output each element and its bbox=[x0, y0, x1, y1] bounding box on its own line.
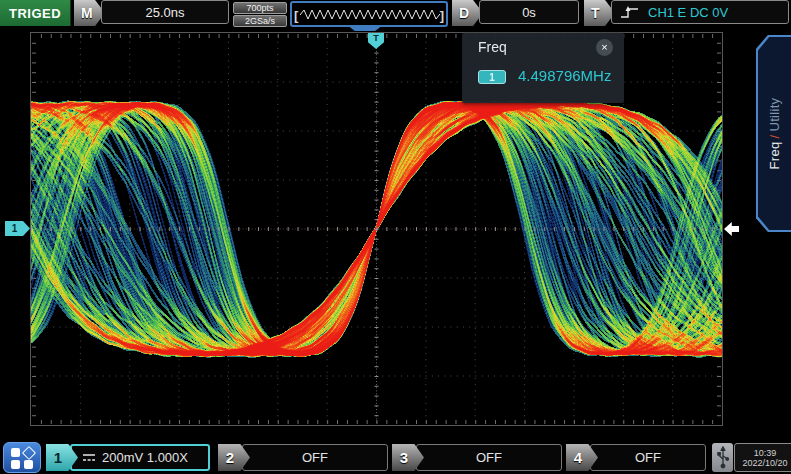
channel1-scale-label: 200mV 1.000X bbox=[102, 450, 188, 465]
app-icon-square bbox=[24, 460, 33, 469]
time-label: 10:39 bbox=[754, 448, 777, 458]
channel3-settings-box[interactable]: OFF bbox=[416, 444, 562, 471]
usb-status-icon bbox=[712, 443, 733, 472]
preview-position-tab bbox=[347, 25, 383, 31]
sample-rate-label: 2GSa/s bbox=[233, 15, 287, 27]
freq-channel-badge: 1 bbox=[478, 70, 506, 84]
channel1-settings-box[interactable]: 200mV 1.000X bbox=[70, 444, 210, 471]
waveform-preview[interactable]: [ ] bbox=[290, 1, 448, 27]
oscilloscope-screen: { "header": { "trigger_status": "TRIGED"… bbox=[0, 0, 791, 474]
sidebar-tab-freq-utility[interactable]: Freq/Utility bbox=[756, 35, 791, 232]
trigger-source-label: CH1 E DC 0V bbox=[648, 5, 728, 20]
close-icon[interactable]: × bbox=[596, 39, 613, 56]
dc-coupling-icon bbox=[82, 452, 97, 463]
trigger-settings-box[interactable]: CH1 E DC 0V bbox=[611, 0, 789, 24]
sidebar-tab-separator: / bbox=[767, 132, 782, 142]
freq-value: 4.498796MHz bbox=[518, 67, 611, 84]
trigger-status-badge: TRIGED bbox=[0, 0, 71, 26]
channel2-state-label: OFF bbox=[302, 450, 328, 465]
channel4-settings-box[interactable]: OFF bbox=[590, 444, 706, 471]
app-icon-square bbox=[11, 460, 20, 469]
sidebar-tab-label-secondary: Utility bbox=[767, 98, 782, 132]
app-icon-diamond bbox=[22, 446, 36, 460]
channel1-level-marker[interactable]: 1 bbox=[5, 221, 30, 236]
preview-zigzag-waveform bbox=[300, 6, 440, 24]
freq-panel-title: Freq bbox=[478, 39, 507, 55]
memory-depth-label: 700pts bbox=[233, 2, 287, 14]
sidebar-tab-label-primary: Freq bbox=[767, 141, 782, 169]
channel2-settings-box[interactable]: OFF bbox=[242, 444, 388, 471]
delay-value[interactable]: 0s bbox=[479, 0, 579, 24]
channel3-state-label: OFF bbox=[476, 450, 502, 465]
preview-window-left-bracket: [ bbox=[294, 9, 298, 22]
rising-edge-icon bbox=[620, 5, 640, 20]
clock-display: 10:39 2022/10/20 bbox=[734, 443, 791, 472]
date-label: 2022/10/20 bbox=[742, 458, 787, 468]
channel4-state-label: OFF bbox=[635, 450, 661, 465]
freq-measurement-panel: Freq × 1 4.498796MHz bbox=[462, 33, 624, 103]
trigger-level-arrow-icon[interactable] bbox=[724, 222, 739, 236]
menu-apps-button[interactable] bbox=[3, 442, 41, 473]
app-icon-square bbox=[11, 448, 20, 457]
timebase-value[interactable]: 25.0ns bbox=[101, 0, 229, 24]
preview-window-right-bracket: ] bbox=[440, 9, 444, 22]
